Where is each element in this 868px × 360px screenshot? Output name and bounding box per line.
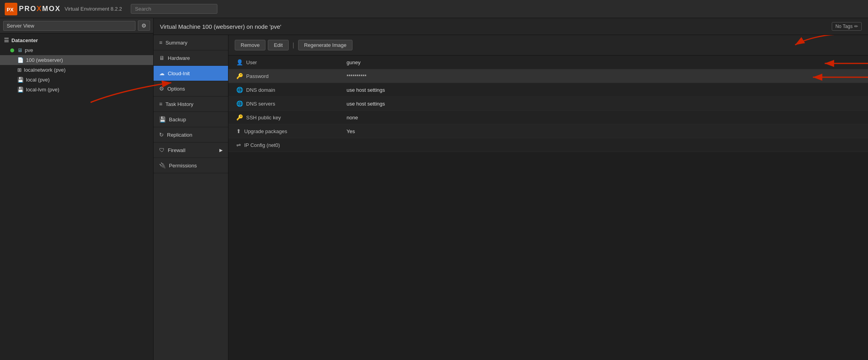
value-dns-servers: use host settings	[347, 101, 860, 107]
key-ssh-label: SSH public key	[246, 115, 281, 121]
content-header: Virtual Machine 100 (webserver) on node …	[154, 18, 868, 35]
tree-item-pve[interactable]: 🖥 pve	[0, 45, 153, 55]
tab-hardware[interactable]: 🖥 Hardware	[154, 50, 228, 66]
key-ssh: 🔑 SSH public key	[236, 114, 347, 121]
regenerate-image-button[interactable]: Regenerate Image	[298, 40, 352, 50]
cloudinit-icon: ☁	[159, 70, 165, 76]
key-upgrade: ⬆ Upgrade packages	[236, 128, 347, 134]
sidebar: Server View ⚙ ☰ Datacenter 🖥 pve 📄 100 (…	[0, 18, 154, 360]
permissions-label: Permissions	[169, 163, 197, 169]
tab-options[interactable]: ⚙ Options	[154, 81, 228, 96]
value-upgrade: Yes	[347, 128, 860, 134]
vm100-label: 100 (webserver)	[26, 57, 63, 63]
sidebar-gear-button[interactable]: ⚙	[138, 20, 150, 31]
summary-label: Summary	[165, 40, 187, 46]
tree-item-locallvm[interactable]: 💾 local-lvm (pve)	[0, 85, 153, 95]
value-user: guney	[347, 59, 860, 65]
cloudinit-label: Cloud-Init	[168, 71, 190, 76]
tab-firewall[interactable]: 🛡 Firewall ▶	[154, 143, 228, 158]
key-ipconfig: ⇌ IP Config (net0)	[236, 142, 347, 148]
replication-label: Replication	[167, 132, 192, 138]
user-icon: 👤	[236, 59, 243, 65]
tree-item-vm100[interactable]: 📄 100 (webserver)	[0, 55, 153, 65]
table-row-password: 🔑 Password **********	[228, 69, 868, 83]
ipconfig-icon: ⇌	[236, 142, 241, 148]
main-layout: Server View ⚙ ☰ Datacenter 🖥 pve 📄 100 (…	[0, 18, 868, 360]
options-label: Options	[167, 86, 185, 92]
datacenter-icon: ☰	[4, 37, 9, 43]
vm100-icon: 📄	[17, 57, 24, 63]
logo-text: PROXMOX	[19, 5, 61, 13]
key-upgrade-label: Upgrade packages	[244, 128, 287, 134]
key-password: 🔑 Password	[236, 73, 347, 79]
firewall-label: Firewall	[168, 147, 185, 153]
hardware-icon: 🖥	[159, 55, 165, 61]
firewall-arrow-icon: ▶	[219, 148, 223, 153]
locallvm-label: local-lvm (pve)	[26, 87, 59, 93]
locallvm-icon: 💾	[17, 87, 24, 93]
server-view-select[interactable]: Server View	[3, 21, 135, 31]
tabs-and-content: ≡ Summary 🖥 Hardware ☁ Cloud-Init ⚙ Opti…	[154, 35, 868, 360]
logo: PX PROXMOX Virtual Environment 8.2.2	[5, 3, 122, 15]
tab-summary[interactable]: ≡ Summary	[154, 35, 228, 50]
options-icon: ⚙	[159, 85, 164, 92]
pve-status-dot	[10, 48, 14, 52]
no-tags-button[interactable]: No Tags ✏	[832, 22, 862, 31]
table-row-user: 👤 User guney	[228, 56, 868, 69]
table-row-dns-domain: 🌐 DNS domain use host settings	[228, 83, 868, 97]
value-password: **********	[347, 73, 860, 79]
proxmox-logo-icon: PX	[5, 3, 17, 15]
backup-label: Backup	[169, 117, 186, 122]
topbar: PX PROXMOX Virtual Environment 8.2.2	[0, 0, 868, 18]
value-ssh: none	[347, 115, 860, 121]
version-text: Virtual Environment 8.2.2	[65, 6, 122, 12]
dns-domain-icon: 🌐	[236, 87, 243, 93]
tab-backup[interactable]: 💾 Backup	[154, 112, 228, 127]
arrow-annotation-regenerate	[793, 35, 844, 55]
tree-item-local[interactable]: 💾 local (pve)	[0, 75, 153, 85]
local-label: local (pve)	[26, 77, 50, 83]
svg-text:PX: PX	[7, 7, 14, 13]
hardware-label: Hardware	[168, 55, 190, 61]
taskhistory-icon: ≡	[159, 101, 162, 107]
table-row-dns-servers: 🌐 DNS servers use host settings	[228, 97, 868, 111]
edit-button[interactable]: Edit	[268, 40, 288, 50]
password-icon: 🔑	[236, 73, 243, 79]
edit-icon: ✏	[854, 24, 858, 29]
remove-button[interactable]: Remove	[235, 40, 265, 50]
search-input[interactable]	[131, 4, 217, 14]
ssh-icon: 🔑	[236, 114, 243, 121]
action-bar: Remove Edit | Regenerate Image	[228, 35, 868, 56]
no-tags-label: No Tags	[835, 24, 853, 29]
page-title: Virtual Machine 100 (webserver) on node …	[160, 23, 829, 30]
tree-item-datacenter[interactable]: ☰ Datacenter	[0, 35, 153, 45]
tab-permissions[interactable]: 🔌 Permissions	[154, 158, 228, 173]
data-table: 👤 User guney	[228, 56, 868, 360]
key-ipconfig-label: IP Config (net0)	[244, 142, 280, 148]
table-row-ssh-key: 🔑 SSH public key none	[228, 111, 868, 124]
firewall-icon: 🛡	[159, 147, 165, 153]
tab-taskhistory[interactable]: ≡ Task History	[154, 96, 228, 112]
tree: ☰ Datacenter 🖥 pve 📄 100 (webserver) ⊞ l…	[0, 33, 153, 360]
key-dns-domain: 🌐 DNS domain	[236, 87, 347, 93]
pve-icon: 🖥	[17, 47, 22, 53]
tab-cloudinit[interactable]: ☁ Cloud-Init	[154, 66, 228, 81]
localnetwork-icon: ⊞	[17, 67, 22, 73]
table-row-upgrade: ⬆ Upgrade packages Yes	[228, 124, 868, 138]
key-user-label: User	[246, 59, 257, 65]
key-dns-servers: 🌐 DNS servers	[236, 100, 347, 107]
value-dns-domain: use host settings	[347, 87, 860, 93]
tree-item-localnetwork[interactable]: ⊞ localnetwork (pve)	[0, 65, 153, 75]
key-dns-servers-label: DNS servers	[246, 101, 275, 107]
right-panel: Remove Edit | Regenerate Image	[228, 35, 868, 360]
key-password-label: Password	[246, 73, 269, 79]
dns-servers-icon: 🌐	[236, 100, 243, 107]
tab-replication[interactable]: ↻ Replication	[154, 127, 228, 143]
pve-label: pve	[25, 47, 33, 53]
upgrade-icon: ⬆	[236, 128, 241, 134]
localnetwork-label: localnetwork (pve)	[24, 67, 66, 73]
separator: |	[291, 42, 296, 49]
local-icon: 💾	[17, 77, 24, 83]
key-user: 👤 User	[236, 59, 347, 65]
datacenter-label: Datacenter	[11, 37, 38, 43]
